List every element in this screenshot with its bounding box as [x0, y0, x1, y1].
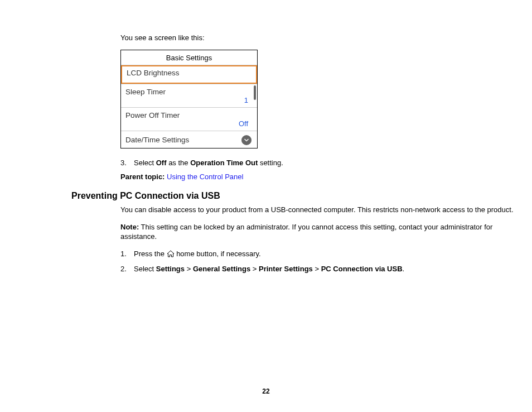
page-number: 22	[0, 387, 532, 395]
step-2: 2. Select Settings > General Settings > …	[120, 265, 515, 273]
screen-item-value: 1	[125, 96, 252, 104]
screen-item-lcd-brightness: LCD Brightness	[121, 65, 257, 84]
note-paragraph: Note: This setting can be locked by an a…	[120, 223, 515, 242]
step-text: Select Settings > General Settings > Pri…	[134, 265, 404, 273]
screen-item-label: Power Off Timer	[125, 111, 252, 119]
step-1: 1. Press the home button, if necessary.	[120, 250, 515, 259]
note-label: Note:	[120, 223, 139, 231]
screen-item-label: Sleep Timer	[125, 88, 252, 96]
intro-text: You see a screen like this:	[120, 33, 515, 42]
screen-item-sleep-timer: Sleep Timer 1	[121, 84, 257, 108]
parent-topic: Parent topic: Using the Control Panel	[120, 173, 515, 181]
step-text: Press the home button, if necessary.	[134, 250, 261, 259]
screen-item-label: Date/Time Settings	[125, 136, 189, 144]
screen-item-date-time: Date/Time Settings	[121, 131, 257, 148]
screen-item-value: Off	[125, 119, 252, 128]
parent-topic-label: Parent topic:	[120, 173, 165, 181]
step-3: 3. Select Off as the Operation Time Out …	[120, 159, 515, 167]
paragraph-1: You can disable access to your product f…	[120, 205, 515, 215]
screen-item-label: LCD Brightness	[127, 69, 252, 77]
basic-settings-screen: Basic Settings LCD Brightness Sleep Time…	[120, 50, 258, 148]
note-text: This setting can be locked by an adminis…	[120, 223, 492, 241]
section-heading: Preventing PC Connection via USB	[71, 191, 515, 201]
screen-title: Basic Settings	[121, 50, 257, 65]
scrollbar-icon	[254, 85, 256, 100]
step-text: Select Off as the Operation Time Out set…	[134, 159, 283, 167]
screen-container: Basic Settings LCD Brightness Sleep Time…	[120, 50, 515, 148]
step-number: 2.	[120, 265, 134, 273]
chevron-down-icon	[241, 135, 252, 145]
step-number: 1.	[120, 250, 134, 259]
step-number: 3.	[120, 159, 134, 167]
parent-topic-link[interactable]: Using the Control Panel	[167, 173, 243, 181]
screen-item-power-off-timer: Power Off Timer Off	[121, 108, 257, 131]
home-icon	[167, 250, 175, 259]
